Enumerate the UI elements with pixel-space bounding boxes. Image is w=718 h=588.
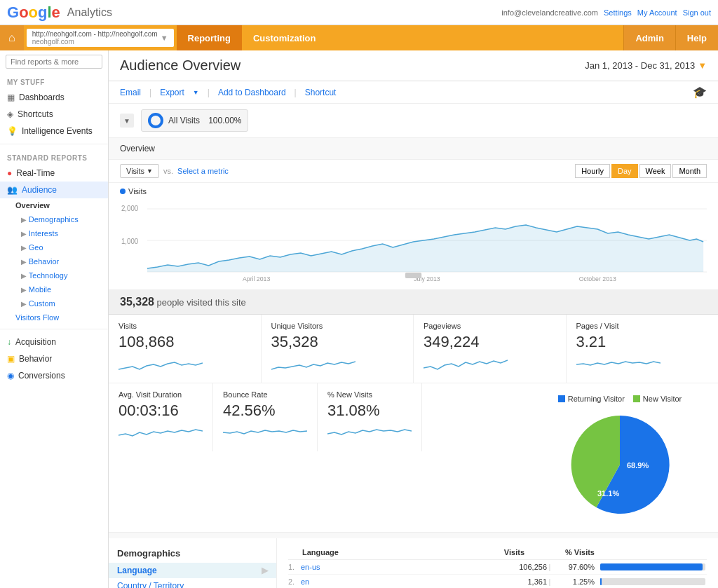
top-bar: Google Analytics info@clevelandcreative.… — [0, 0, 718, 25]
row-lang[interactable]: en-us — [301, 563, 491, 571]
date-range-text: Jan 1, 2013 - Dec 31, 2013 — [585, 60, 695, 71]
chart-controls-left: Visits ▼ vs. Select a metric — [120, 164, 229, 178]
metric-dropdown[interactable]: Visits ▼ — [120, 164, 159, 178]
conversions-icon: ◉ — [7, 371, 14, 381]
url-line1: http://neohgolf.com - http://neohgolf.co… — [32, 30, 158, 38]
nav-left: ⌂ http://neohgolf.com - http://neohgolf.… — [0, 25, 327, 50]
main-content: Audience Overview Jan 1, 2013 - Dec 31, … — [109, 50, 718, 588]
help-button[interactable]: Help — [675, 25, 718, 50]
stat-visits-value: 108,868 — [118, 333, 251, 351]
demographics-section: Demographics Language ▶ Country / Territ… — [109, 538, 718, 588]
url-selector[interactable]: http://neohgolf.com - http://neohgolf.co… — [27, 29, 174, 47]
stat-empty — [422, 383, 522, 451]
dashboards-icon: ▦ — [7, 93, 15, 102]
stat-unique-label: Unique Visitors — [271, 322, 404, 330]
row-visits: 106,256 — [491, 563, 547, 571]
sidebar-overview[interactable]: Overview — [0, 198, 108, 212]
analytics-text: Analytics — [67, 6, 112, 19]
top-bar-left: Google Analytics — [7, 4, 112, 22]
date-range-picker[interactable]: Jan 1, 2013 - Dec 31, 2013 ▼ — [585, 60, 707, 71]
admin-button[interactable]: Admin — [623, 25, 675, 50]
email-link[interactable]: Email — [120, 88, 141, 97]
summary-text: 35,328 people visited this site — [120, 297, 246, 308]
segment-toggle[interactable]: ▼ — [120, 114, 134, 128]
intelligence-icon: 💡 — [7, 126, 18, 136]
nav-right: Admin Help — [623, 25, 718, 50]
export-link[interactable]: Export — [160, 88, 184, 97]
stat-pageviews-sparkline — [424, 354, 508, 374]
segment-area: ▼ All Visits 100.00% — [109, 104, 718, 138]
lower-stats: Avg. Visit Duration 00:03:16 Bounce Rate… — [109, 383, 718, 533]
nav-tab-customization[interactable]: Customization — [242, 25, 327, 50]
demo-country-link[interactable]: Country / Territory — [109, 578, 276, 588]
stat-unique-sparkline — [271, 354, 355, 374]
metric-label: Visits — [126, 167, 144, 175]
sidebar-item-audience[interactable]: 👥 Audience — [0, 182, 108, 198]
svg-text:2,000: 2,000 — [121, 205, 139, 212]
stat-pages-visit-label: Pages / Visit — [576, 322, 709, 330]
realtime-icon: ● — [7, 168, 12, 178]
svg-text:31.1%: 31.1% — [597, 489, 619, 498]
sidebar-item-acquisition[interactable]: ↓ Acquisition — [0, 334, 108, 350]
svg-text:April 2013: April 2013 — [243, 275, 270, 282]
stat-visits: Visits 108,868 — [109, 315, 262, 383]
lang-col-header: Language — [288, 548, 468, 556]
visits-legend: Visits — [120, 187, 707, 196]
sidebar-interests[interactable]: ▶ Interests — [0, 226, 108, 240]
date-range-arrow: ▼ — [698, 60, 707, 71]
my-account-link[interactable]: My Account — [637, 8, 677, 17]
sidebar-technology[interactable]: ▶ Technology — [0, 268, 108, 282]
period-day[interactable]: Day — [611, 164, 638, 178]
sign-out-link[interactable]: Sign out — [683, 8, 711, 17]
demo-rows-container: 1. en-us 106,256 | 97.60% 2. en 1,361 | … — [288, 560, 707, 588]
nav-tab-reporting[interactable]: Reporting — [177, 25, 242, 50]
table-row: 2. en 1,361 | 1.25% — [288, 575, 707, 588]
sidebar-item-behavior2[interactable]: ▣ Behavior — [0, 350, 108, 367]
shortcuts-icon: ◈ — [7, 109, 13, 119]
row-visits: 1,361 — [491, 577, 547, 586]
sidebar-item-realtime[interactable]: ● Real-Time — [0, 165, 108, 182]
sidebar-mobile[interactable]: ▶ Mobile — [0, 282, 108, 296]
vs-text: vs. — [163, 167, 173, 175]
sidebar-demographics[interactable]: ▶ Demographics — [0, 212, 108, 226]
select-metric-link[interactable]: Select a metric — [177, 167, 229, 175]
stat-bounce-label: Bounce Rate — [223, 390, 307, 399]
pie-chart-area: Returning Visitor New Visitor 68.9% — [522, 383, 718, 532]
settings-link[interactable]: Settings — [604, 8, 632, 17]
sidebar-item-conversions[interactable]: ◉ Conversions — [0, 367, 108, 384]
period-month[interactable]: Month — [672, 164, 707, 178]
sidebar-behavior[interactable]: ▶ Behavior — [0, 254, 108, 268]
lower-stats-row: Avg. Visit Duration 00:03:16 Bounce Rate… — [109, 383, 522, 451]
sidebar-visitors-flow[interactable]: Visitors Flow — [0, 310, 108, 324]
demo-language-link[interactable]: Language ▶ — [109, 563, 276, 578]
stats-summary: 35,328 people visited this site — [109, 290, 718, 315]
shortcut-link[interactable]: Shortcut — [305, 88, 337, 97]
home-button[interactable]: ⌂ — [0, 25, 24, 50]
returning-legend-label: Returning Visitor — [568, 395, 625, 403]
page-header: Audience Overview Jan 1, 2013 - Dec 31, … — [109, 50, 718, 81]
metric-arrow: ▼ — [147, 167, 153, 175]
sidebar-item-dashboards[interactable]: ▦ Dashboards — [0, 89, 108, 106]
stat-unique: Unique Visitors 35,328 — [262, 315, 414, 383]
search-input[interactable] — [6, 55, 102, 69]
row-lang[interactable]: en — [301, 577, 491, 586]
realtime-label: Real-Time — [16, 168, 55, 178]
intelligence-label: Intelligence Events — [22, 126, 93, 136]
period-hourly[interactable]: Hourly — [575, 164, 610, 178]
period-week[interactable]: Week — [639, 164, 672, 178]
svg-text:1,000: 1,000 — [121, 238, 139, 245]
toolbar-sep3: | — [294, 88, 297, 97]
sidebar-item-intelligence[interactable]: 💡 Intelligence Events — [0, 123, 108, 139]
stat-bounce-value: 42.56% — [223, 402, 307, 420]
stat-visits-sparkline — [118, 354, 203, 374]
pct-col-header: % Visits — [524, 548, 595, 556]
add-dashboard-link[interactable]: Add to Dashboard — [218, 88, 286, 97]
sidebar-item-shortcuts[interactable]: ◈ Shortcuts — [0, 106, 108, 123]
stat-duration-label: Avg. Visit Duration — [118, 390, 203, 399]
demographics-title: Demographics — [109, 545, 276, 563]
sidebar-custom[interactable]: ▶ Custom — [0, 296, 108, 310]
sidebar-geo[interactable]: ▶ Geo — [0, 240, 108, 254]
lower-left-stats: Avg. Visit Duration 00:03:16 Bounce Rate… — [109, 383, 522, 532]
top-bar-right: info@clevelandcreative.com Settings My A… — [501, 8, 711, 17]
behavior2-label: Behavior — [19, 354, 52, 364]
